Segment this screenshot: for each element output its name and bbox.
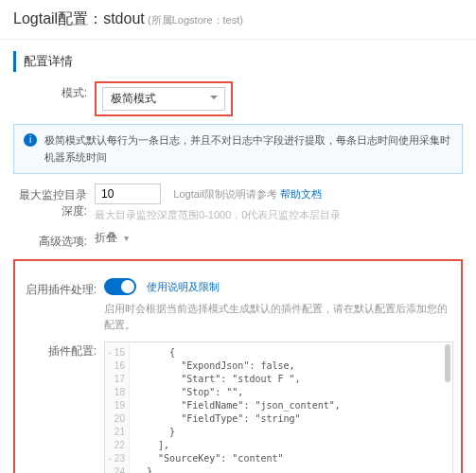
mode-info-box: i 极简模式默认每行为一条日志，并且不对日志中字段进行提取，每条日志时间使用采集… [13,124,463,174]
advanced-row: 高级选项: 折叠 ▾ [13,230,463,250]
section-title: 配置详情 [13,51,463,72]
chevron-down-icon: ▾ [124,233,129,243]
advanced-label: 高级选项: [13,230,95,250]
depth-input[interactable] [95,184,161,204]
plugin-enable-toggle[interactable] [104,278,136,295]
mode-select-value: 极简模式 [111,92,156,105]
plugin-config-label: 插件配置: [23,340,104,359]
plugin-block-highlight: 启用插件处理: 使用说明及限制 启用时会根据当前选择模式生成默认的插件配置，请在… [13,259,463,473]
depth-sub-hint: 最大目录监控深度范围0-1000，0代表只监控本层目录 [95,208,463,222]
depth-row: 最大监控目录深度: Logtail限制说明请参考 帮助文档 最大目录监控深度范围… [13,184,463,222]
depth-hint: Logtail限制说明请参考 帮助文档 [173,188,321,200]
depth-label: 最大监控目录深度: [13,184,95,219]
page-header: Logtail配置：stdout (所属Logstore：test) [0,0,476,40]
mode-info-text: 极简模式默认每行为一条日志，并且不对日志中字段进行提取，每条日志时间使用采集时机… [44,132,452,166]
editor-code[interactable]: { "ExpondJson": false, "Start": "stdout … [130,342,452,473]
plugin-usage-link[interactable]: 使用说明及限制 [147,281,220,292]
help-doc-link[interactable]: 帮助文档 [280,188,322,200]
info-icon: i [24,133,37,147]
plugin-config-row: 插件配置: - 15 16 17 18 19 20 21 22 - 23 24 … [23,340,453,473]
editor-scrollbar[interactable] [445,344,450,382]
plugin-toggle-row: 启用插件处理: 使用说明及限制 启用时会根据当前选择模式生成默认的插件配置，请在… [23,278,453,332]
page-title: Logtail配置：stdout [13,9,145,29]
mode-row: 模式: 极简模式 [13,81,463,116]
config-body: 模式: 极简模式 i 极简模式默认每行为一条日志，并且不对日志中字段进行提取，每… [0,81,476,473]
plugin-toggle-label: 启用插件处理: [23,278,104,298]
plugin-config-editor[interactable]: - 15 16 17 18 19 20 21 22 - 23 24 25 26 … [104,342,453,473]
mode-label: 模式: [13,81,95,101]
plugin-toggle-desc: 启用时会根据当前选择模式生成默认的插件配置，请在默认配置后添加您的配置。 [104,301,453,332]
page-subtitle: (所属Logstore：test) [148,14,243,26]
mode-select[interactable]: 极简模式 [102,87,225,111]
mode-highlight: 极简模式 [95,81,233,116]
editor-gutter: - 15 16 17 18 19 20 21 22 - 23 24 25 26 … [105,342,130,473]
advanced-toggle[interactable]: 折叠 ▾ [95,231,129,244]
